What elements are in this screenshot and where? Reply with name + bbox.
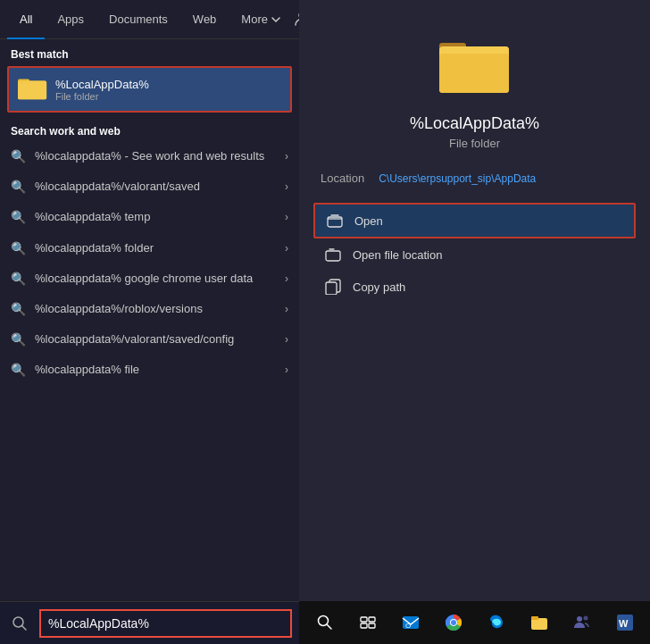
left-panel: All Apps Documents Web More Best match [0,0,299,644]
search-icon: 🔍 [11,241,26,255]
search-icon: 🔍 [11,332,26,347]
chevron-right-icon: › [285,180,288,193]
chevron-right-icon: › [285,150,288,163]
svg-line-5 [22,625,27,630]
folder-icon-large [439,36,511,100]
search-icon: 🔍 [11,302,26,316]
action-open-file-location[interactable]: Open file location [313,238,636,271]
search-section-label: Search work and web [0,116,299,141]
right-title: %LocalAppData% [410,114,539,133]
result-item-4[interactable]: 🔍 %localappdata% google chrome user data… [0,263,299,294]
search-bar-icon [0,602,39,645]
svg-rect-19 [369,623,375,628]
copy-icon [324,278,342,296]
action-open[interactable]: Open [313,203,636,238]
search-icon: 🔍 [11,180,26,194]
tab-documents[interactable]: Documents [96,0,180,39]
search-input[interactable] [39,609,292,638]
tab-all[interactable]: All [7,0,45,39]
open-file-location-icon [324,246,342,263]
svg-rect-16 [361,617,367,622]
result-item-6[interactable]: 🔍 %localappdata%/valorant/saved/config › [0,324,299,355]
result-item-0[interactable]: 🔍 %localappdata% - See work and web resu… [0,141,299,171]
svg-point-28 [583,616,588,621]
search-icon: 🔍 [11,272,26,286]
svg-rect-9 [439,54,509,93]
tab-apps[interactable]: Apps [45,0,96,39]
best-match-label: Best match [0,39,299,66]
svg-line-15 [327,624,331,629]
taskbar-taskview-icon[interactable] [354,608,382,637]
taskbar-outlook-icon[interactable]: O [396,608,425,637]
taskbar-chrome-icon[interactable] [439,608,468,637]
svg-text:O: O [405,622,411,630]
svg-rect-18 [361,623,367,628]
chevron-right-icon: › [285,211,288,223]
svg-rect-26 [531,616,538,620]
svg-point-24 [451,620,456,625]
taskbar-explorer-icon[interactable] [525,608,554,637]
tab-more[interactable]: More [229,0,293,39]
taskbar-word-icon[interactable]: W [611,608,639,637]
action-list: Open Open file location Copy path [299,203,650,303]
svg-rect-17 [369,617,375,622]
location-label: Location [321,171,364,185]
chevron-right-icon: › [285,303,288,315]
result-item-2[interactable]: 🔍 %localappdata% temp › [0,202,299,232]
right-location: Location C\Users\erpsupport_sip\AppData [299,171,650,185]
folder-icon-small [18,75,46,104]
taskbar-edge-icon[interactable] [482,608,511,637]
right-subtitle: File folder [449,137,500,150]
svg-rect-11 [326,251,340,261]
chevron-right-icon: › [285,242,288,255]
search-bar [0,601,299,644]
result-item-1[interactable]: 🔍 %localappdata%/valorant/saved › [0,171,299,202]
result-item-7[interactable]: 🔍 %localappdata% file › [0,355,299,385]
result-item-3[interactable]: 🔍 %localappdata% folder › [0,233,299,263]
action-copy-path-label: Copy path [353,280,405,294]
svg-text:W: W [619,618,629,629]
action-open-file-location-label: Open file location [353,248,442,262]
taskbar-search-icon[interactable] [311,608,339,637]
action-copy-path[interactable]: Copy path [313,271,636,303]
svg-rect-3 [18,81,46,100]
nav-tabs: All Apps Documents Web More [0,0,299,39]
chevron-down-icon [271,15,280,24]
chevron-right-icon: › [285,364,288,376]
taskbar-teams-icon[interactable] [568,608,596,637]
location-value[interactable]: C\Users\erpsupport_sip\AppData [379,172,536,185]
search-results-list: 🔍 %localappdata% - See work and web resu… [0,141,299,644]
svg-point-27 [577,616,582,622]
search-icon: 🔍 [11,149,26,163]
search-icon: 🔍 [11,363,26,377]
open-icon [326,212,344,230]
svg-rect-13 [326,282,337,295]
chevron-right-icon: › [285,333,288,346]
search-icon: 🔍 [11,210,26,224]
taskbar: O [299,601,650,644]
best-match-item[interactable]: %LocalAppData% File folder [7,66,292,113]
tab-web[interactable]: Web [180,0,229,39]
best-match-info: %LocalAppData% File folder [55,78,149,102]
action-open-label: Open [354,214,383,228]
result-item-5[interactable]: 🔍 %localappdata%/roblox/versions › [0,294,299,324]
chevron-right-icon: › [285,272,288,285]
right-panel: %LocalAppData% File folder Location C\Us… [299,0,650,601]
